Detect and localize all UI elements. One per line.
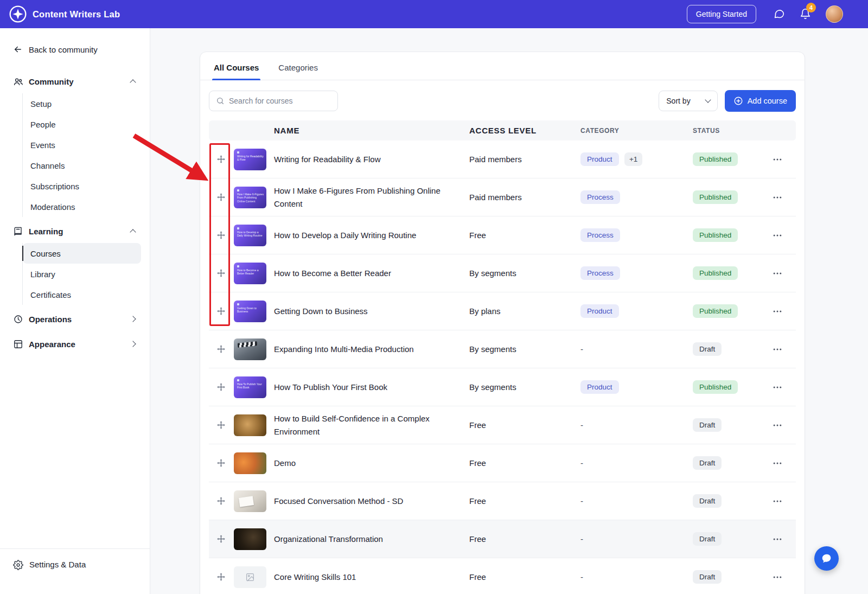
course-thumbnail: Writing for Readability & Flow (234, 149, 266, 170)
table-row[interactable]: How I Make 6-Figures From Publishing Onl… (209, 178, 796, 216)
course-name: Expanding Into Multi-Media Production (274, 343, 469, 355)
course-name: Demo (274, 457, 469, 469)
tab-bar: All Courses Categories (200, 52, 805, 80)
drag-handle-icon[interactable] (216, 155, 226, 164)
sort-by-dropdown[interactable]: Sort by (659, 91, 717, 111)
add-course-button[interactable]: Add course (725, 90, 796, 112)
sidebar-item-people[interactable]: People (23, 114, 141, 135)
table-header: NAME ACCESS LEVEL CATEGORY STATUS (209, 120, 796, 140)
table-row[interactable]: Focused Conversation Method - SD Free - … (209, 482, 796, 520)
drag-handle-icon[interactable] (216, 193, 226, 202)
sidebar-item-setup[interactable]: Setup (23, 93, 141, 114)
back-to-community-link[interactable]: Back to community (0, 28, 150, 67)
messages-button[interactable] (774, 8, 786, 20)
table-row[interactable]: Demo Free - Draft (209, 444, 796, 482)
top-header: Content Writers Lab Getting Started 4 (0, 0, 868, 28)
category-cell: Process (580, 228, 693, 242)
sidebar-section-learning[interactable]: Learning (0, 220, 150, 242)
sidebar-item-channels[interactable]: Channels (23, 155, 141, 176)
actions-cell (770, 304, 796, 319)
category-cell: - (580, 458, 693, 468)
drag-handle-icon[interactable] (216, 269, 226, 278)
table-row[interactable]: Organizational Transformation Free - Dra… (209, 520, 796, 558)
search-icon (216, 97, 225, 105)
drag-cell (209, 193, 233, 202)
access-level: Free (469, 496, 580, 506)
drag-handle-icon[interactable] (216, 306, 226, 316)
table-row[interactable]: Core Writing Skills 101 Free - Draft (209, 558, 796, 594)
sidebar-section-community[interactable]: Community (0, 71, 150, 92)
notifications-button[interactable]: 4 (800, 8, 812, 20)
row-actions-button[interactable] (770, 380, 785, 395)
table-row[interactable]: Getting Down to Business Getting Down to… (209, 292, 796, 330)
drag-handle-icon[interactable] (216, 572, 226, 582)
actions-cell (770, 532, 796, 547)
admin-sidebar: Back to community Community Setup People… (0, 28, 150, 594)
chat-launcher-button[interactable] (814, 546, 839, 571)
drag-handle-icon[interactable] (216, 496, 226, 506)
table-body: Writing for Readability & Flow Writing f… (209, 140, 796, 594)
sidebar-item-moderations[interactable]: Moderations (23, 196, 141, 217)
row-actions-button[interactable] (770, 228, 785, 243)
settings-data-link[interactable]: Settings & Data (0, 548, 150, 594)
access-level: Paid members (469, 193, 580, 202)
search-input[interactable] (229, 97, 331, 105)
category-empty: - (580, 572, 583, 582)
column-header-category: CATEGORY (580, 127, 693, 135)
sidebar-item-subscriptions[interactable]: Subscriptions (23, 176, 141, 196)
status-cell: Draft (693, 570, 770, 584)
row-actions-button[interactable] (770, 190, 785, 205)
drag-handle-icon[interactable] (216, 231, 226, 240)
thumb-cell: How to Become a Better Reader (233, 263, 274, 284)
course-thumbnail: Getting Down to Business (234, 301, 266, 322)
row-actions-button[interactable] (770, 494, 785, 509)
row-actions-button[interactable] (770, 304, 785, 319)
table-row[interactable]: Expanding Into Multi-Media Production By… (209, 330, 796, 368)
table-row[interactable]: How To Publish Your First Book How To Pu… (209, 368, 796, 406)
sidebar-item-courses[interactable]: Courses (23, 243, 141, 264)
table-row[interactable]: How to Become a Better Reader How to Bec… (209, 254, 796, 292)
drag-handle-icon[interactable] (216, 458, 226, 468)
table-row[interactable]: Writing for Readability & Flow Writing f… (209, 140, 796, 178)
tab-categories[interactable]: Categories (278, 63, 318, 80)
actions-cell (770, 494, 796, 509)
drag-handle-icon[interactable] (216, 382, 226, 392)
row-actions-button[interactable] (770, 418, 785, 433)
actions-cell (770, 228, 796, 243)
section-label: Learning (29, 227, 131, 236)
community-icon (13, 76, 23, 87)
status-cell: Draft (693, 342, 770, 356)
row-actions-button[interactable] (770, 532, 785, 547)
tab-all-courses[interactable]: All Courses (214, 63, 259, 80)
sidebar-section-appearance[interactable]: Appearance (0, 333, 150, 355)
row-actions-button[interactable] (770, 570, 785, 585)
row-actions-button[interactable] (770, 342, 785, 357)
thumb-cell (233, 452, 274, 474)
table-row[interactable]: How to Develop a Daily Writing Routine H… (209, 216, 796, 254)
course-name: Getting Down to Business (274, 305, 469, 317)
getting-started-button[interactable]: Getting Started (687, 5, 756, 23)
status-badge: Draft (693, 532, 722, 546)
course-name: How I Make 6-Figures From Publishing Onl… (274, 184, 469, 210)
drag-handle-icon[interactable] (216, 534, 226, 544)
drag-handle-icon[interactable] (216, 420, 226, 430)
sidebar-item-events[interactable]: Events (23, 135, 141, 155)
actions-cell (770, 266, 796, 281)
drag-handle-icon[interactable] (216, 344, 226, 354)
row-actions-button[interactable] (770, 152, 785, 167)
category-cell: - (580, 344, 693, 354)
chevron-right-icon (130, 341, 136, 347)
row-actions-button[interactable] (770, 266, 785, 281)
thumbnail-title-text: Getting Down to Business (237, 306, 264, 314)
sidebar-nav: Community Setup People Events Channels S… (0, 71, 150, 355)
table-row[interactable]: How to Build Self-Confidence in a Comple… (209, 406, 796, 444)
chevron-down-icon (705, 97, 711, 103)
thumb-cell (233, 566, 274, 588)
user-avatar[interactable] (826, 5, 843, 23)
sidebar-item-certificates[interactable]: Certificates (23, 284, 141, 305)
category-empty: - (580, 534, 583, 544)
settings-data-label: Settings & Data (29, 560, 86, 569)
sidebar-section-operations[interactable]: Operations (0, 308, 150, 330)
row-actions-button[interactable] (770, 456, 785, 471)
sidebar-item-library[interactable]: Library (23, 264, 141, 284)
